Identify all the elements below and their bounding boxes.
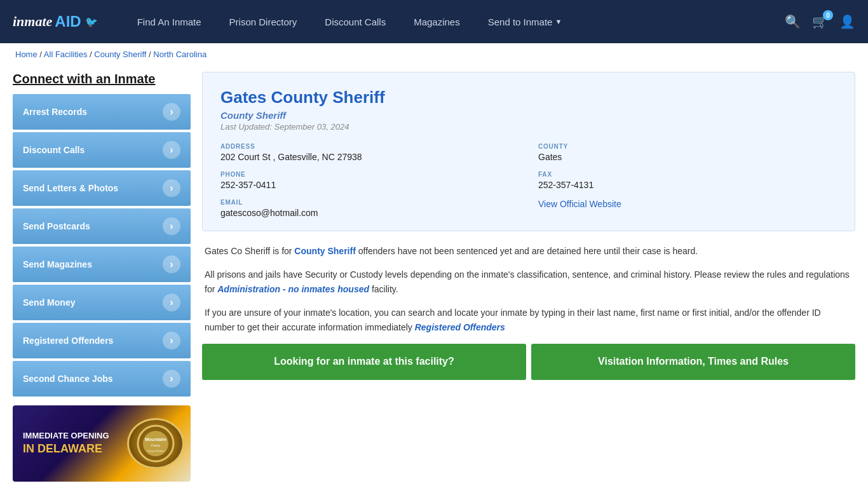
dropdown-arrow-icon: ▼ [555, 18, 562, 25]
facility-updated: Last Updated: September 03, 2024 [220, 122, 837, 132]
email-value: gatescoso@hotmail.com [220, 208, 519, 218]
main-nav: Find An Inmate Prison Directory Discount… [123, 0, 766, 43]
website-block: View Official Website [538, 199, 837, 218]
arrow-icon: › [163, 103, 180, 121]
sidebar-item-send-postcards[interactable]: Send Postcards › [13, 208, 191, 244]
sidebar-item-label: Send Letters & Photos [23, 183, 118, 193]
arrow-icon: › [163, 179, 180, 197]
county-block: COUNTY Gates [538, 143, 837, 162]
svg-text:Mountaire: Mountaire [145, 437, 166, 442]
nav-find-inmate[interactable]: Find An Inmate [123, 0, 215, 43]
fax-block: FAX 252-357-4131 [538, 171, 837, 190]
arrow-icon: › [163, 370, 180, 388]
breadcrumb-home[interactable]: Home [15, 50, 37, 59]
nav-prison-directory[interactable]: Prison Directory [215, 0, 311, 43]
sidebar-item-second-chance-jobs[interactable]: Second Chance Jobs › [13, 361, 191, 396]
arrow-icon: › [163, 255, 180, 273]
ad-banner[interactable]: IMMEDIATE OPENING IN DELAWARE Mountaire … [13, 405, 191, 482]
logo-text: inmate [13, 13, 52, 30]
cart-badge: 0 [823, 10, 833, 20]
county-value: Gates [538, 152, 837, 162]
facility-details: ADDRESS 202 Court St , Gatesville, NC 27… [220, 143, 837, 218]
phone-value: 252-357-0411 [220, 180, 519, 190]
facility-card: Gates County Sheriff County Sheriff Last… [202, 72, 855, 231]
sidebar-item-label: Discount Calls [23, 145, 85, 155]
phone-label: PHONE [220, 171, 519, 178]
arrow-icon: › [163, 294, 180, 311]
sidebar-item-label: Registered Offenders [23, 336, 113, 346]
sidebar-item-label: Send Postcards [23, 221, 90, 231]
sidebar-item-label: Second Chance Jobs [23, 374, 113, 384]
user-icon: 👤 [839, 14, 855, 29]
breadcrumb-county-sheriff[interactable]: County Sheriff [94, 50, 146, 59]
site-logo[interactable]: inmateAID 🐦 [13, 13, 98, 30]
arrow-icon: › [163, 332, 180, 349]
cart-button[interactable]: 🛒 0 [812, 14, 828, 29]
breadcrumb-all-facilities[interactable]: All Facilities [44, 50, 88, 59]
logo-aid-text: AID [55, 13, 81, 30]
sidebar-item-label: Arrest Records [23, 107, 87, 117]
sidebar-item-send-magazines[interactable]: Send Magazines › [13, 247, 191, 282]
looking-for-inmate-button[interactable]: Looking for an inmate at this facility? [202, 344, 526, 380]
content-area: Gates County Sheriff County Sheriff Last… [202, 72, 855, 482]
sidebar-item-label: Send Money [23, 297, 75, 308]
sidebar: Connect with an Inmate Arrest Records › … [13, 72, 191, 482]
sidebar-item-send-letters[interactable]: Send Letters & Photos › [13, 170, 191, 206]
email-block: EMAIL gatescoso@hotmail.com [220, 199, 519, 218]
search-button[interactable]: 🔍 [785, 14, 801, 29]
nav-discount-calls[interactable]: Discount Calls [311, 0, 400, 43]
info-para1: Gates Co Sheriff is for County Sheriff o… [205, 244, 853, 259]
facility-title: Gates County Sheriff [220, 88, 837, 107]
administration-link[interactable]: Administration - no inmates housed [217, 284, 369, 294]
address-block: ADDRESS 202 Court St , Gatesville, NC 27… [220, 143, 519, 162]
nav-magazines[interactable]: Magazines [400, 0, 474, 43]
sidebar-item-discount-calls[interactable]: Discount Calls › [13, 132, 191, 168]
info-para2: All prisons and jails have Security or C… [205, 268, 853, 297]
sidebar-item-label: Send Magazines [23, 259, 92, 269]
info-text: Gates Co Sheriff is for County Sheriff o… [202, 244, 855, 335]
info-para3: If you are unsure of your inmate's locat… [205, 306, 853, 335]
ad-logo: Mountaire Farms Young Chicken [127, 418, 184, 469]
sidebar-item-registered-offenders[interactable]: Registered Offenders › [13, 323, 191, 358]
breadcrumb-north-carolina[interactable]: North Carolina [153, 50, 207, 59]
header-icons: 🔍 🛒 0 👤 [785, 14, 855, 29]
bottom-buttons: Looking for an inmate at this facility? … [202, 344, 855, 380]
sidebar-menu: Arrest Records › Discount Calls › Send L… [13, 94, 191, 396]
address-value: 202 Court St , Gatesville, NC 27938 [220, 152, 519, 162]
phone-block: PHONE 252-357-0411 [220, 171, 519, 190]
sidebar-heading: Connect with an Inmate [13, 72, 191, 86]
arrow-icon: › [163, 217, 180, 235]
registered-offenders-link[interactable]: Registered Offenders [415, 322, 505, 332]
email-label: EMAIL [220, 199, 519, 206]
visitation-information-button[interactable]: Visitation Information, Times and Rules [531, 344, 855, 380]
facility-subtitle: County Sheriff [220, 110, 837, 121]
svg-text:Young Chicken: Young Chicken [147, 449, 165, 452]
nav-send-to-inmate[interactable]: Send to Inmate ▼ [474, 0, 576, 43]
breadcrumb: Home / All Facilities / County Sheriff /… [0, 43, 868, 65]
sidebar-item-send-money[interactable]: Send Money › [13, 285, 191, 320]
county-sheriff-link[interactable]: County Sheriff [294, 246, 355, 256]
fax-value: 252-357-4131 [538, 180, 837, 190]
county-label: COUNTY [538, 143, 837, 150]
user-button[interactable]: 👤 [839, 14, 855, 29]
main-container: Connect with an Inmate Arrest Records › … [0, 65, 868, 488]
search-icon: 🔍 [785, 14, 801, 29]
site-header: inmateAID 🐦 Find An Inmate Prison Direct… [0, 0, 868, 43]
arrow-icon: › [163, 141, 180, 159]
address-label: ADDRESS [220, 143, 519, 150]
mountaire-logo-icon: Mountaire Farms Young Chicken [137, 424, 175, 463]
fax-label: FAX [538, 171, 837, 178]
svg-text:Farms: Farms [151, 444, 161, 447]
sidebar-item-arrest-records[interactable]: Arrest Records › [13, 94, 191, 130]
view-official-website-link[interactable]: View Official Website [538, 199, 621, 209]
logo-bird-icon: 🐦 [85, 16, 98, 28]
